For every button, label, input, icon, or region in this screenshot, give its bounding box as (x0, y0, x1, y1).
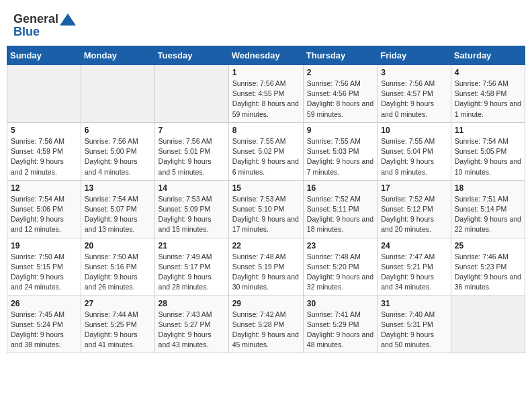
calendar-cell: 10Sunrise: 7:55 AM Sunset: 5:04 PM Dayli… (378, 122, 451, 180)
calendar-week-row: 1Sunrise: 7:56 AM Sunset: 4:55 PM Daylig… (7, 65, 525, 123)
day-number: 7 (159, 126, 225, 135)
day-number: 12 (11, 183, 77, 193)
calendar-cell: 31Sunrise: 7:40 AM Sunset: 5:31 PM Dayli… (378, 295, 451, 353)
calendar-cell: 3Sunrise: 7:56 AM Sunset: 4:57 PM Daylig… (378, 65, 451, 123)
weekday-header-row: SundayMondayTuesdayWednesdayThursdayFrid… (7, 46, 525, 65)
calendar-cell: 19Sunrise: 7:50 AM Sunset: 5:15 PM Dayli… (7, 238, 81, 295)
day-info: Sunrise: 7:50 AM Sunset: 5:15 PM Dayligh… (11, 252, 77, 293)
calendar-cell: 5Sunrise: 7:56 AM Sunset: 4:59 PM Daylig… (7, 122, 81, 180)
day-info: Sunrise: 7:52 AM Sunset: 5:12 PM Dayligh… (381, 194, 447, 235)
day-info: Sunrise: 7:55 AM Sunset: 5:02 PM Dayligh… (232, 136, 300, 177)
calendar-cell: 8Sunrise: 7:55 AM Sunset: 5:02 PM Daylig… (228, 122, 303, 180)
day-info: Sunrise: 7:56 AM Sunset: 4:57 PM Dayligh… (381, 79, 447, 120)
calendar-cell: 26Sunrise: 7:45 AM Sunset: 5:24 PM Dayli… (7, 295, 81, 353)
day-info: Sunrise: 7:54 AM Sunset: 5:06 PM Dayligh… (11, 194, 77, 235)
calendar-cell: 12Sunrise: 7:54 AM Sunset: 5:06 PM Dayli… (7, 180, 81, 238)
weekday-header-saturday: Saturday (451, 46, 525, 65)
day-info: Sunrise: 7:46 AM Sunset: 5:23 PM Dayligh… (455, 252, 521, 293)
day-number: 15 (232, 183, 300, 193)
day-info: Sunrise: 7:41 AM Sunset: 5:29 PM Dayligh… (307, 310, 373, 351)
day-number: 25 (455, 241, 521, 250)
day-info: Sunrise: 7:55 AM Sunset: 5:04 PM Dayligh… (381, 136, 447, 177)
calendar-cell: 17Sunrise: 7:52 AM Sunset: 5:12 PM Dayli… (378, 180, 451, 238)
calendar-cell: 30Sunrise: 7:41 AM Sunset: 5:29 PM Dayli… (303, 295, 377, 353)
calendar-cell: 28Sunrise: 7:43 AM Sunset: 5:27 PM Dayli… (154, 295, 228, 353)
day-info: Sunrise: 7:53 AM Sunset: 5:10 PM Dayligh… (232, 194, 300, 235)
calendar-cell: 16Sunrise: 7:52 AM Sunset: 5:11 PM Dayli… (303, 180, 377, 238)
calendar-cell: 13Sunrise: 7:54 AM Sunset: 5:07 PM Dayli… (81, 180, 154, 238)
calendar-week-row: 5Sunrise: 7:56 AM Sunset: 4:59 PM Daylig… (7, 122, 525, 180)
day-number: 19 (11, 241, 77, 250)
day-number: 17 (381, 183, 447, 193)
calendar-cell: 21Sunrise: 7:49 AM Sunset: 5:17 PM Dayli… (154, 238, 228, 295)
day-number: 16 (307, 183, 373, 193)
day-info: Sunrise: 7:42 AM Sunset: 5:28 PM Dayligh… (232, 310, 300, 351)
calendar-cell: 22Sunrise: 7:48 AM Sunset: 5:19 PM Dayli… (228, 238, 303, 295)
weekday-header-monday: Monday (81, 46, 154, 65)
calendar-cell: 2Sunrise: 7:56 AM Sunset: 4:56 PM Daylig… (303, 65, 377, 123)
day-number: 2 (307, 68, 373, 77)
day-info: Sunrise: 7:53 AM Sunset: 5:09 PM Dayligh… (159, 194, 225, 235)
logo-icon (60, 13, 76, 26)
day-info: Sunrise: 7:48 AM Sunset: 5:19 PM Dayligh… (232, 252, 300, 293)
calendar-cell: 20Sunrise: 7:50 AM Sunset: 5:16 PM Dayli… (81, 238, 154, 295)
day-info: Sunrise: 7:51 AM Sunset: 5:14 PM Dayligh… (455, 194, 521, 235)
calendar-cell: 29Sunrise: 7:42 AM Sunset: 5:28 PM Dayli… (228, 295, 303, 353)
day-info: Sunrise: 7:40 AM Sunset: 5:31 PM Dayligh… (381, 310, 447, 351)
day-number: 5 (11, 126, 77, 135)
day-number: 21 (159, 241, 225, 250)
calendar-week-row: 12Sunrise: 7:54 AM Sunset: 5:06 PM Dayli… (7, 180, 525, 238)
day-number: 23 (307, 241, 373, 250)
day-info: Sunrise: 7:44 AM Sunset: 5:25 PM Dayligh… (85, 310, 151, 351)
calendar-cell: 24Sunrise: 7:47 AM Sunset: 5:21 PM Dayli… (378, 238, 451, 295)
calendar-cell: 15Sunrise: 7:53 AM Sunset: 5:10 PM Dayli… (228, 180, 303, 238)
calendar-cell: 18Sunrise: 7:51 AM Sunset: 5:14 PM Dayli… (451, 180, 525, 238)
day-info: Sunrise: 7:54 AM Sunset: 5:07 PM Dayligh… (85, 194, 151, 235)
day-number: 24 (381, 241, 447, 250)
day-number: 11 (455, 126, 521, 135)
day-info: Sunrise: 7:45 AM Sunset: 5:24 PM Dayligh… (11, 310, 77, 351)
calendar-table: SundayMondayTuesdayWednesdayThursdayFrid… (7, 46, 525, 353)
calendar-week-row: 26Sunrise: 7:45 AM Sunset: 5:24 PM Dayli… (7, 295, 525, 353)
day-info: Sunrise: 7:56 AM Sunset: 4:59 PM Dayligh… (11, 136, 77, 177)
day-number: 26 (11, 299, 77, 308)
day-number: 1 (232, 68, 300, 77)
day-info: Sunrise: 7:56 AM Sunset: 4:55 PM Dayligh… (232, 79, 300, 120)
weekday-header-wednesday: Wednesday (228, 46, 303, 65)
calendar-cell: 14Sunrise: 7:53 AM Sunset: 5:09 PM Dayli… (154, 180, 228, 238)
calendar-cell (7, 65, 81, 123)
day-number: 31 (381, 299, 447, 308)
day-info: Sunrise: 7:49 AM Sunset: 5:17 PM Dayligh… (159, 252, 225, 293)
day-info: Sunrise: 7:56 AM Sunset: 4:58 PM Dayligh… (455, 79, 521, 120)
day-info: Sunrise: 7:50 AM Sunset: 5:16 PM Dayligh… (85, 252, 151, 293)
day-number: 30 (307, 299, 373, 308)
logo-text-blue: Blue (13, 25, 40, 39)
weekday-header-friday: Friday (378, 46, 451, 65)
day-number: 8 (232, 126, 300, 135)
day-number: 10 (381, 126, 447, 135)
logo: General Blue (13, 12, 76, 39)
day-number: 4 (455, 68, 521, 77)
day-number: 27 (85, 299, 151, 308)
day-info: Sunrise: 7:43 AM Sunset: 5:27 PM Dayligh… (159, 310, 225, 351)
day-number: 14 (159, 183, 225, 193)
calendar-cell: 27Sunrise: 7:44 AM Sunset: 5:25 PM Dayli… (81, 295, 154, 353)
day-number: 28 (159, 299, 225, 308)
day-number: 3 (381, 68, 447, 77)
calendar-cell (451, 295, 525, 353)
weekday-header-thursday: Thursday (303, 46, 377, 65)
day-number: 13 (85, 183, 151, 193)
day-info: Sunrise: 7:55 AM Sunset: 5:03 PM Dayligh… (307, 136, 373, 177)
calendar-week-row: 19Sunrise: 7:50 AM Sunset: 5:15 PM Dayli… (7, 238, 525, 295)
day-info: Sunrise: 7:48 AM Sunset: 5:20 PM Dayligh… (307, 252, 373, 293)
calendar-cell: 23Sunrise: 7:48 AM Sunset: 5:20 PM Dayli… (303, 238, 377, 295)
calendar-cell: 11Sunrise: 7:54 AM Sunset: 5:05 PM Dayli… (451, 122, 525, 180)
calendar-cell: 7Sunrise: 7:56 AM Sunset: 5:01 PM Daylig… (154, 122, 228, 180)
page-header: General Blue (7, 7, 525, 42)
calendar-cell (154, 65, 228, 123)
day-number: 18 (455, 183, 521, 193)
day-number: 29 (232, 299, 300, 308)
day-number: 6 (85, 126, 151, 135)
calendar-cell: 25Sunrise: 7:46 AM Sunset: 5:23 PM Dayli… (451, 238, 525, 295)
day-number: 22 (232, 241, 300, 250)
